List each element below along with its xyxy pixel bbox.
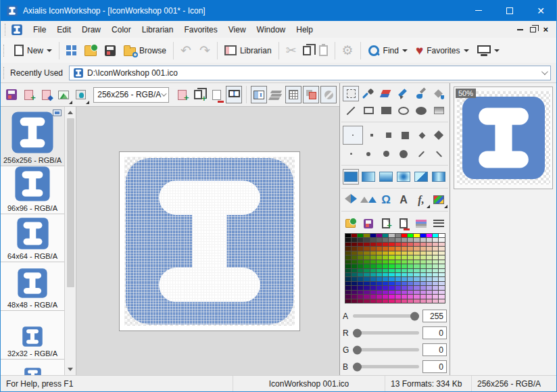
palette-swatch[interactable] [389,264,394,268]
palette-swatch[interactable] [370,277,376,280]
palette-swatch[interactable] [352,269,357,272]
brush-size-square-large[interactable] [397,128,413,143]
cut-button[interactable]: ✂ [282,42,301,59]
eyedropper-tool[interactable] [360,86,377,101]
palette-swatch[interactable] [345,247,351,250]
palette-swatch[interactable] [358,234,363,237]
save-palette-button[interactable] [360,216,376,230]
pixel-editor[interactable] [124,157,295,326]
fill-tool[interactable] [431,86,447,101]
palette-swatch[interactable] [414,260,419,264]
palette-swatch[interactable] [414,299,419,303]
palette-swatch[interactable] [352,251,357,255]
palette-swatch[interactable] [439,295,444,298]
palette-swatch[interactable] [427,260,432,264]
palette-swatch[interactable] [377,299,382,303]
palette-swatch[interactable] [389,286,394,289]
palette-swatch[interactable] [439,273,444,276]
palette-swatch[interactable] [358,251,363,255]
palette-swatch[interactable] [433,260,438,264]
palette-swatch[interactable] [389,291,394,294]
palette-swatch[interactable] [433,264,438,268]
brush-size-square-small[interactable] [364,128,380,143]
palette-swatch[interactable] [420,295,426,298]
palette-swatch[interactable] [377,251,382,255]
palette-swatch[interactable] [395,277,401,280]
palette-swatch[interactable] [383,264,388,268]
palette-swatch[interactable] [433,286,438,289]
pencil-tool[interactable] [395,86,412,101]
palette-swatch[interactable] [427,251,432,255]
palette-swatch[interactable] [439,291,444,294]
palette-swatch[interactable] [377,282,382,285]
mdi-restore-button[interactable] [530,27,536,32]
palette-swatch[interactable] [352,286,357,289]
flip-vertical-button[interactable] [360,192,377,207]
palette-swatch[interactable] [427,295,432,298]
palette-swatch[interactable] [395,264,401,268]
palette-swatch[interactable] [389,238,394,241]
format-select[interactable]: 256x256 - RGB/A [93,87,169,103]
palette-swatch[interactable] [358,269,363,272]
slider-thumb-a[interactable] [410,312,419,320]
palette-swatch[interactable] [364,299,369,303]
palette-swatch[interactable] [352,238,357,241]
palette-swatch[interactable] [377,295,382,298]
palette-swatch[interactable] [345,255,351,259]
menu-item-help[interactable]: Help [291,23,318,36]
palette-swatch[interactable] [364,269,369,272]
palette-swatch[interactable] [414,251,419,255]
gradient-rectangle-tool[interactable] [431,103,447,118]
palette-swatch[interactable] [408,247,413,250]
palette-style-button[interactable] [414,216,429,230]
palette-swatch[interactable] [439,251,444,255]
add-format-button[interactable]: + [174,86,190,103]
slider-value-a[interactable]: 255 [422,310,447,322]
palette-swatch[interactable] [358,264,363,268]
palette-swatch[interactable] [377,247,382,250]
palette-swatch[interactable] [358,286,363,289]
slider-thumb-r[interactable] [353,328,362,337]
find-button[interactable]: Find [364,43,412,59]
palette-swatch[interactable] [402,264,407,268]
palette-swatch[interactable] [389,247,394,250]
palette-swatch[interactable] [358,260,363,264]
delete-palette-button[interactable] [396,216,412,230]
palette-swatch[interactable] [345,251,351,255]
palette-swatch[interactable] [358,247,363,250]
palette-swatch[interactable] [433,234,438,237]
palette-swatch[interactable] [364,260,369,264]
palette-swatch[interactable] [402,251,407,255]
palette-swatch[interactable] [433,269,438,272]
palette-swatch[interactable] [433,251,438,255]
transparency-toggle-button[interactable] [303,86,319,103]
palette-swatch[interactable] [395,291,401,294]
palette-swatch[interactable] [414,277,419,280]
editing-canvas[interactable] [119,151,300,331]
close-button[interactable]: ✕ [525,0,556,21]
palette-swatch[interactable] [408,255,413,259]
palette-menu-button[interactable] [431,216,447,230]
palette-swatch[interactable] [370,251,376,255]
palette-swatch[interactable] [433,299,438,303]
recently-used-combo[interactable]: D:\IconWorkshop 001.ico [69,66,551,80]
slider-track-a[interactable] [353,314,419,318]
palette-swatch[interactable] [414,238,419,241]
palette-swatch[interactable] [395,282,401,285]
brush-size-dot-small[interactable] [360,146,377,162]
test-icon-button[interactable] [226,86,242,103]
rotate-button[interactable]: Ω [378,192,394,207]
palette-swatch[interactable] [402,291,407,294]
palette-swatch[interactable] [389,282,394,285]
palette-swatch[interactable] [345,277,351,280]
palette-swatch[interactable] [408,238,413,241]
browse-button[interactable]: Browse [120,43,170,58]
palette-swatch[interactable] [433,255,438,259]
palette-swatch[interactable] [389,251,394,255]
palette-swatch[interactable] [364,282,369,285]
palette-swatch[interactable] [427,238,432,241]
new-palette-button[interactable]: + [378,216,393,230]
palette-swatch[interactable] [383,269,388,272]
remove-format-button[interactable] [209,86,225,103]
filled-rectangle-tool[interactable] [378,103,394,118]
